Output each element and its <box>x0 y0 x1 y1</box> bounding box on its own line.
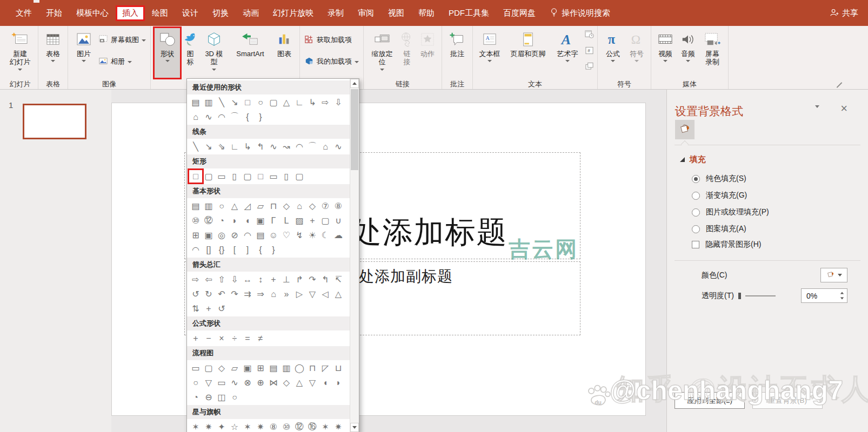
shape-cell[interactable]: ↺ <box>215 302 228 315</box>
menu-tab-14[interactable]: 百度网盘 <box>496 6 543 21</box>
object-button[interactable] <box>584 62 595 72</box>
table-button[interactable]: 表格 <box>41 27 65 79</box>
shape-cell[interactable]: {} <box>215 244 228 256</box>
shape-cell[interactable]: } <box>254 111 267 123</box>
action-button[interactable]: 动作 <box>416 27 439 79</box>
chart-button[interactable]: 图表 <box>272 27 297 79</box>
shape-cell[interactable]: ↳ <box>241 140 254 153</box>
my-addins-button[interactable]: 我的加载项 <box>303 56 360 68</box>
radio-solid-fill[interactable]: 纯色填充(S) <box>692 174 769 184</box>
spin-down-icon[interactable] <box>840 298 844 300</box>
shape-cell[interactable]: ⇨ <box>189 273 202 286</box>
shape-cell[interactable]: ↶ <box>215 288 228 300</box>
shape-cell[interactable]: ▢ <box>202 362 215 374</box>
menu-tab-4[interactable]: 绘图 <box>145 6 175 21</box>
shape-cell[interactable]: ▱ <box>228 362 241 374</box>
shape-cell[interactable]: ⋈ <box>267 376 280 389</box>
shape-cell[interactable]: ∿ <box>332 140 345 153</box>
shape-cell[interactable]: ▭ <box>189 362 202 374</box>
shape-cell[interactable]: ⇩ <box>228 273 241 286</box>
shape-cell[interactable]: ∟ <box>293 96 306 109</box>
radio-gradient-fill[interactable]: 渐变填充(G) <box>692 191 769 200</box>
shape-cell[interactable]: ⊓ <box>267 200 280 212</box>
shape-cell[interactable]: ⌂ <box>319 140 332 153</box>
shape-cell[interactable]: ╲ <box>215 96 228 109</box>
shape-cell[interactable]: ⇅ <box>189 302 202 315</box>
shape-cell[interactable]: ↻ <box>202 288 215 300</box>
shape-cell[interactable]: ↺ <box>189 288 202 300</box>
shape-cell[interactable]: ∟ <box>228 140 241 153</box>
shape-cell[interactable]: ↸ <box>332 273 345 286</box>
radio-picture-texture-fill[interactable]: 图片或纹理填充(P) <box>692 207 769 217</box>
shape-cell[interactable]: [] <box>202 244 215 256</box>
shape-cell[interactable]: ◖ <box>319 376 332 389</box>
shape-cell[interactable]: ⇒ <box>254 288 267 300</box>
shape-cell[interactable]: △ <box>280 96 293 109</box>
shape-cell[interactable]: ↷ <box>228 288 241 300</box>
shape-cell[interactable]: ▢ <box>241 170 254 183</box>
shape-cell[interactable]: ◿ <box>241 200 254 212</box>
shapes-scrollbar[interactable] <box>350 79 359 432</box>
shape-cell[interactable]: ⊥ <box>280 273 293 286</box>
shape-cell[interactable]: ○ <box>215 200 228 212</box>
shapes-button[interactable]: 形状 <box>153 27 181 79</box>
shape-cell[interactable]: ⑯ <box>306 421 319 432</box>
shape-cell[interactable]: ↳ <box>306 96 319 109</box>
shape-cell[interactable]: + <box>267 273 280 286</box>
shape-cell[interactable]: ▤ <box>254 229 267 241</box>
shape-cell[interactable]: □ <box>189 170 202 183</box>
transparency-slider-thumb[interactable] <box>738 293 741 299</box>
shape-cell[interactable]: ⌂ <box>189 111 202 123</box>
shape-cell[interactable]: ▯ <box>280 170 293 183</box>
text-box-button[interactable]: A文本框 <box>476 27 504 79</box>
fill-section-header[interactable]: 填充 <box>680 154 706 165</box>
slide-number-button[interactable]: # <box>584 46 595 57</box>
scrollbar-thumb[interactable] <box>351 89 358 170</box>
shape-cell[interactable]: ⑫ <box>293 421 306 432</box>
shape-cell[interactable]: ∪ <box>332 214 345 227</box>
shape-cell[interactable]: ▢ <box>293 170 306 183</box>
spinner-buttons[interactable] <box>837 289 847 302</box>
shape-cell[interactable]: ▣ <box>254 214 267 227</box>
shape-cell[interactable]: ○ <box>254 96 267 109</box>
shape-cell[interactable]: ▤ <box>267 362 280 374</box>
shape-cell[interactable]: ♡ <box>280 229 293 241</box>
menu-tab-0[interactable]: 文件 <box>9 6 39 21</box>
shape-cell[interactable]: Γ <box>267 214 280 227</box>
shape-cell[interactable]: ▨ <box>293 214 306 227</box>
shape-cell[interactable]: ⇨ <box>319 96 332 109</box>
shape-cell[interactable]: ☀ <box>306 229 319 241</box>
shape-cell[interactable]: ◠ <box>241 229 254 241</box>
shape-cell[interactable]: □ <box>254 170 267 183</box>
shape-cell[interactable]: + <box>189 332 202 345</box>
menu-tab-8[interactable]: 幻灯片放映 <box>266 6 321 21</box>
shape-cell[interactable]: ⊞ <box>189 229 202 241</box>
reset-background-button[interactable]: 重置背景(B) <box>752 392 823 409</box>
shape-cell[interactable]: ↰ <box>319 273 332 286</box>
shape-cell[interactable]: ↱ <box>293 273 306 286</box>
menu-tab-2[interactable]: 模板中心 <box>69 6 116 21</box>
shape-cell[interactable]: ⑦ <box>319 200 332 212</box>
shape-cell[interactable]: ◔ <box>215 214 228 227</box>
shape-cell[interactable]: ◇ <box>280 200 293 212</box>
smartart-button[interactable]: SmartArt <box>229 27 272 79</box>
transparency-spinbox[interactable]: 0% <box>801 288 847 303</box>
shape-cell[interactable]: ↕ <box>254 273 267 286</box>
shape-cell[interactable]: ▥ <box>202 96 215 109</box>
shape-cell[interactable]: ⌒ <box>228 111 241 123</box>
shape-cell[interactable]: △ <box>293 376 306 389</box>
menu-tab-13[interactable]: PDF工具集 <box>442 6 496 21</box>
shape-cell[interactable]: ↔ <box>241 273 254 286</box>
shape-cell[interactable]: ✶ <box>189 421 202 432</box>
shape-cell[interactable]: ✦ <box>215 421 228 432</box>
scroll-up-icon[interactable] <box>350 79 359 88</box>
menu-tab-10[interactable]: 审阅 <box>351 6 381 21</box>
shape-cell[interactable]: ▭ <box>215 376 228 389</box>
shape-cell[interactable]: ⇘ <box>215 140 228 153</box>
transparency-slider-track[interactable] <box>745 295 776 296</box>
shape-cell[interactable]: ✷ <box>202 421 215 432</box>
shape-cell[interactable]: ▽ <box>306 376 319 389</box>
shape-cell[interactable]: = <box>241 332 254 345</box>
shape-cell[interactable]: ∿ <box>202 111 215 123</box>
shape-cell[interactable]: ╲ <box>189 140 202 153</box>
